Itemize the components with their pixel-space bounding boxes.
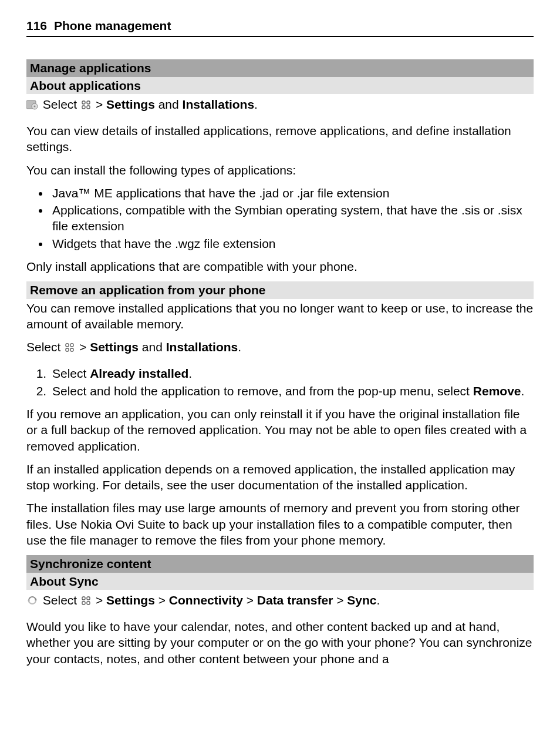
list-item: Select Already installed.: [50, 365, 534, 381]
app-settings-icon: [26, 98, 38, 113]
svg-rect-8: [70, 344, 73, 347]
data-transfer-label: Data transfer: [257, 593, 333, 607]
text: .: [188, 367, 192, 380]
heading-about-applications: About applications: [26, 77, 534, 94]
svg-rect-6: [87, 106, 90, 109]
text: .: [521, 384, 524, 398]
settings-label: Settings: [90, 340, 139, 354]
paragraph: Only install applications that are compa…: [26, 258, 534, 274]
list-item: Java™ ME applications that have the .jad…: [50, 185, 534, 201]
remove-steps: Select Already installed. Select and hol…: [26, 365, 534, 399]
svg-rect-16: [87, 602, 90, 604]
select-path-installations-2: Select > Settings and Installations.: [26, 339, 534, 356]
svg-rect-9: [66, 348, 69, 351]
text: .: [238, 340, 241, 354]
installations-label: Installations: [183, 98, 255, 111]
already-installed-label: Already installed: [90, 367, 188, 380]
heading-manage-applications: Manage applications: [26, 59, 534, 76]
page-number: 116: [26, 19, 47, 32]
page-header: 116 Phone management: [26, 18, 534, 37]
text: >: [158, 593, 169, 607]
list-item: Widgets that have the .wgz file extensio…: [50, 236, 534, 251]
text: Select: [26, 340, 64, 354]
select-path-sync: Select > Settings > Connectivity > Data …: [26, 592, 534, 609]
paragraph: You can remove installed applications th…: [26, 300, 534, 332]
paragraph: You can install the following types of a…: [26, 162, 534, 178]
svg-rect-15: [82, 602, 85, 604]
installations-label: Installations: [166, 340, 238, 354]
paragraph: The installation files may use large amo…: [26, 500, 534, 548]
svg-rect-13: [82, 597, 85, 600]
sync-icon: [26, 593, 38, 609]
text: and: [139, 340, 166, 354]
text: >: [247, 593, 257, 607]
heading-synchronize-content: Synchronize content: [26, 555, 534, 572]
text: >: [336, 593, 347, 607]
text: .: [254, 98, 258, 111]
sync-label: Sync: [347, 593, 376, 607]
text: >: [79, 340, 90, 354]
svg-rect-7: [66, 344, 69, 347]
paragraph: You can view details of installed applic…: [26, 123, 534, 155]
text: >: [96, 593, 106, 607]
text: >: [96, 98, 106, 111]
paragraph: If an installed application depends on a…: [26, 461, 534, 493]
settings-label: Settings: [106, 98, 155, 111]
select-path-installations-1: Select > Settings and Installations.: [26, 96, 534, 113]
settings-label: Settings: [106, 593, 155, 607]
text: .: [377, 593, 380, 607]
connectivity-label: Connectivity: [169, 593, 243, 607]
svg-point-2: [34, 105, 36, 107]
svg-rect-3: [82, 101, 85, 104]
page-title: Phone management: [54, 19, 171, 32]
menu-grid-icon: [65, 340, 75, 356]
paragraph: If you remove an application, you can on…: [26, 406, 534, 454]
paragraph: Would you like to have your calendar, no…: [26, 619, 534, 667]
text: and: [155, 98, 183, 111]
remove-label: Remove: [473, 384, 521, 398]
svg-rect-10: [70, 348, 73, 351]
heading-remove-application: Remove an application from your phone: [26, 281, 534, 298]
text: Select and hold the application to remov…: [52, 384, 473, 398]
text: Select: [43, 593, 80, 607]
app-types-list: Java™ ME applications that have the .jad…: [26, 185, 534, 251]
heading-about-sync: About Sync: [26, 573, 534, 590]
list-item: Applications, compatible with the Symbia…: [50, 202, 534, 234]
menu-grid-icon: [82, 98, 91, 113]
menu-grid-icon: [82, 593, 91, 609]
list-item: Select and hold the application to remov…: [50, 383, 534, 399]
svg-rect-4: [87, 101, 90, 104]
text: Select: [52, 367, 90, 380]
text: Select: [43, 98, 80, 111]
svg-rect-14: [87, 597, 90, 600]
svg-rect-5: [82, 106, 85, 109]
